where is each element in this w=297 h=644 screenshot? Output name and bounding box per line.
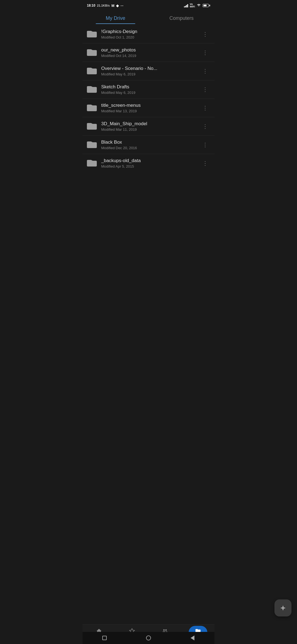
speed: 21.1KB/s	[97, 4, 110, 7]
list-item[interactable]: Sketch Drafts Modified May 6, 2019 ⋮	[82, 80, 215, 99]
file-name: !Graphics-Design	[101, 29, 196, 34]
more-options-button[interactable]: ⋮	[200, 121, 210, 131]
list-item[interactable]: 3D_Main_Ship_model Modified Mar 11, 2019…	[82, 117, 215, 136]
folder-icon	[87, 103, 97, 113]
recent-apps-button[interactable]	[101, 635, 108, 641]
system-nav-bar	[82, 632, 215, 644]
back-button[interactable]	[189, 635, 196, 641]
file-info: Black Box Modified Dec 20, 2016	[101, 140, 196, 150]
time: 18:10	[87, 4, 95, 7]
file-modified: Modified May 6, 2019	[101, 91, 196, 95]
more-options-button[interactable]: ⋮	[200, 29, 210, 39]
list-item[interactable]: !Graphics-Design Modified Oct 1, 2020 ⋮	[82, 25, 215, 43]
list-item[interactable]: our_new_photos Modified Oct 14, 2019 ⋮	[82, 43, 215, 62]
more-options-button[interactable]: ⋮	[200, 48, 210, 58]
folder-icon	[87, 48, 97, 58]
folder-icon	[87, 29, 97, 39]
file-name: Sketch Drafts	[101, 84, 196, 90]
file-name: title_screen-menus	[101, 103, 196, 108]
status-left: 18:10 21.1KB/s M ◆ ···	[87, 4, 123, 8]
file-name: our_new_photos	[101, 47, 196, 53]
more-options-button[interactable]: ⋮	[200, 158, 210, 168]
file-name: 3D_Main_Ship_model	[101, 121, 196, 127]
home-button[interactable]	[145, 635, 152, 641]
folder-icon	[87, 84, 97, 94]
file-info: title_screen-menus Modified Mar 13, 2019	[101, 103, 196, 113]
file-modified: Modified Oct 14, 2019	[101, 54, 196, 58]
file-info: !Graphics-Design Modified Oct 1, 2020	[101, 29, 196, 39]
file-modified: Modified Apr 5, 2015	[101, 164, 196, 168]
file-list: !Graphics-Design Modified Oct 1, 2020 ⋮ …	[82, 24, 215, 208]
file-info: Sketch Drafts Modified May 6, 2019	[101, 84, 196, 95]
folder-icon	[87, 121, 97, 131]
more-options-button[interactable]: ⋮	[200, 66, 210, 76]
dots-icon: ···	[120, 4, 123, 8]
file-modified: Modified Mar 13, 2019	[101, 109, 196, 113]
tab-computers[interactable]: Computers	[148, 12, 215, 24]
file-name: Overview - Scenario - No...	[101, 66, 196, 71]
folder-icon	[87, 158, 97, 168]
file-info: _backups-old_data Modified Apr 5, 2015	[101, 158, 196, 168]
file-info: our_new_photos Modified Oct 14, 2019	[101, 47, 196, 58]
folder-icon	[87, 140, 97, 150]
battery-icon	[203, 4, 210, 7]
folder-icon	[87, 66, 97, 76]
tabs-container: My Drive Computers	[82, 10, 215, 24]
file-name: Black Box	[101, 140, 196, 145]
status-bar: 18:10 21.1KB/s M ◆ ··· VoWiFi	[82, 0, 215, 10]
tab-my-drive[interactable]: My Drive	[82, 12, 148, 24]
wifi-icon	[197, 3, 201, 8]
more-options-button[interactable]: ⋮	[200, 103, 210, 113]
more-options-button[interactable]: ⋮	[200, 140, 210, 150]
notification-icon: ◆	[116, 4, 119, 8]
file-modified: Modified May 6, 2019	[101, 72, 196, 76]
list-item[interactable]: _backups-old_data Modified Apr 5, 2015 ⋮	[82, 154, 215, 172]
file-modified: Modified Mar 11, 2019	[101, 127, 196, 132]
more-options-button[interactable]: ⋮	[200, 84, 210, 94]
list-item[interactable]: Black Box Modified Dec 20, 2016 ⋮	[82, 136, 215, 154]
file-modified: Modified Dec 20, 2016	[101, 146, 196, 150]
vowifi-icon: VoWiFi	[190, 3, 195, 8]
list-item[interactable]: Overview - Scenario - No... Modified May…	[82, 62, 215, 80]
gmail-icon: M	[111, 4, 114, 8]
status-right: VoWiFi	[184, 3, 210, 8]
file-name: _backups-old_data	[101, 158, 196, 163]
file-info: 3D_Main_Ship_model Modified Mar 11, 2019	[101, 121, 196, 132]
file-modified: Modified Oct 1, 2020	[101, 35, 196, 39]
signal-icon	[184, 4, 188, 7]
list-item[interactable]: title_screen-menus Modified Mar 13, 2019…	[82, 99, 215, 117]
file-info: Overview - Scenario - No... Modified May…	[101, 66, 196, 76]
